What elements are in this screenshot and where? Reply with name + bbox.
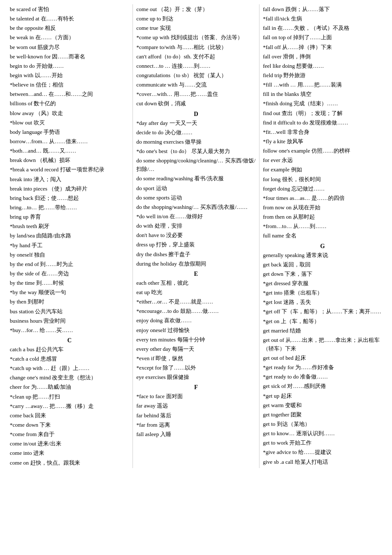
entry-english: billions of xyxy=(10,100,32,107)
list-item: eat up 吃光 xyxy=(136,288,256,297)
entry-english: for example xyxy=(263,166,289,173)
list-item: get to know… 逐渐认识到…… xyxy=(263,429,382,438)
list-item: be the opposite 相反 xyxy=(10,24,129,32)
list-item: do morning exercises 做早操 xyxy=(136,138,256,146)
list-item: by land/sea 由陆路/由水路 xyxy=(10,231,129,240)
entry-english: by land/sea xyxy=(10,232,35,239)
list-item: do the shopping/washing/… 买东西/洗衣服/…… xyxy=(136,203,256,211)
list-item: *get on 上（车，船等） xyxy=(263,317,382,326)
entry-chinese: 每隔一天 xyxy=(172,346,194,352)
list-item: *face to face 面对面 xyxy=(136,392,256,401)
entry-english: eat up xyxy=(136,289,150,295)
list-item: don't have to 没必要 xyxy=(136,231,256,240)
entry-english: *get on xyxy=(263,318,280,324)
list-item: field trip 野外旅游 xyxy=(263,71,382,80)
entry-chinese: 查出（明）；发现；了解 xyxy=(282,110,343,116)
entry-chinese: 到……时为止 xyxy=(40,261,73,267)
entry-chinese: 例如 xyxy=(291,166,302,173)
entry-english: come back xyxy=(10,412,34,419)
entry-english: find it difficult to do xyxy=(263,119,308,126)
entry-english: give sb .a call xyxy=(263,459,293,465)
section-header-f: F xyxy=(136,384,256,391)
entry-chinese: （风）吹走 xyxy=(35,110,63,116)
list-item: do some sports 运动 xyxy=(136,194,256,202)
entry-english: come out xyxy=(136,6,157,12)
entry-english: eye exercises xyxy=(136,374,166,380)
entry-chinese: 是……的四倍 xyxy=(311,195,345,201)
entry-chinese: 非常合身 xyxy=(287,129,309,135)
entry-english: for ever xyxy=(263,157,280,163)
entry-chinese: 养育 xyxy=(30,214,41,220)
list-item: *compare to/with 与……相比（比较） xyxy=(136,43,256,52)
list-item: *cover…with… 用……把……盖住 xyxy=(136,90,256,98)
entry-chinese: 进来 xyxy=(33,450,44,456)
entry-english: *compare to/with xyxy=(136,44,175,50)
list-item: *get dressed 穿衣服 xyxy=(263,279,382,288)
entry-english: *buy…for… xyxy=(10,327,38,333)
list-item: cheer for 为……助威/加油 xyxy=(10,383,129,391)
entry-english: be talented at xyxy=(10,15,39,22)
list-item: get together 团聚 xyxy=(263,410,382,419)
entry-chinese: （使）成为碎片 xyxy=(49,185,87,192)
entry-english: come true xyxy=(136,25,159,31)
entry-english: *even if xyxy=(136,355,154,361)
entry-english: cheer for xyxy=(10,384,30,390)
list-item: *believe in 信任；相信 xyxy=(10,81,129,89)
entry-chinese: 发现很难做…… xyxy=(309,119,348,126)
entry-chinese: 返回，取回 xyxy=(283,261,311,268)
list-item: *brush teeth 刷牙 xyxy=(10,222,129,231)
list-item: be scared of 害怕 xyxy=(10,5,129,14)
main-content: be scared of 害怕be talented at 在……有特长be t… xyxy=(6,4,386,468)
entry-english: fall on top of xyxy=(263,34,292,40)
entry-chinese: 患感冒 xyxy=(40,356,57,362)
list-item: come up to 到达 xyxy=(136,14,256,23)
entry-chinese: 与……交流 xyxy=(179,81,207,88)
entry-chinese: 起床 xyxy=(281,393,292,399)
entry-english: enjoy doing xyxy=(136,317,163,324)
entry-chinese: 尽某人最大努力 xyxy=(191,148,230,154)
list-item: do some shopping/cooking/cleaning/… 买东西/… xyxy=(136,156,256,173)
entry-chinese: 在……和……之间 xyxy=(49,91,93,97)
entry-chinese: 完成（结束）…… xyxy=(294,100,338,107)
entry-chinese: 支付不起 xyxy=(193,53,215,60)
list-item: *get ready to do 准备做…… xyxy=(263,373,382,381)
entry-english: *come down xyxy=(10,422,38,428)
entry-english: be scared of xyxy=(10,6,37,12)
entry-english: *come up with xyxy=(136,34,169,40)
list-item: get out of 从……出来，把……拿出来；从出租车（轿车）下来 xyxy=(263,336,382,353)
entry-english: *come from xyxy=(10,431,37,437)
entry-english: get together xyxy=(263,411,289,418)
list-item: bring back 归还；使……想起 xyxy=(10,194,129,202)
list-item: *by hand 手工 xyxy=(10,241,129,250)
list-item: *come down 下来 xyxy=(10,421,129,429)
list-item: *from…to… 从……到…… xyxy=(263,222,382,231)
entry-english: *blow out xyxy=(10,119,32,126)
list-item: come into 进来 xyxy=(10,449,129,457)
list-item: get to work 开始工作 xyxy=(263,439,382,447)
entry-english: bring up xyxy=(10,214,29,220)
entry-chinese: 下来，落下 xyxy=(285,271,312,277)
list-item: by oneself 独自 xyxy=(10,251,129,259)
entry-english: between…and… xyxy=(10,91,47,97)
entry-english: get out of bed xyxy=(263,355,294,361)
entry-english: come in/out xyxy=(10,440,36,447)
list-item: congratulations（to sb） 祝贺（某人） xyxy=(136,71,256,80)
entry-chinese: 到那时 xyxy=(28,298,44,305)
entry-english: *fly a kite xyxy=(263,138,285,145)
list-item: get to 到达（某地） xyxy=(263,420,382,428)
list-item: *even if 即使，纵然 xyxy=(136,354,256,363)
entry-english: break down xyxy=(10,157,36,163)
section-header-g: G xyxy=(263,243,382,250)
entry-english: forget doing xyxy=(263,185,290,192)
entry-chinese: 在放假期间 xyxy=(179,260,206,267)
list-item: *day after day 一天又一天 xyxy=(136,119,256,127)
entry-english: every ten minutes xyxy=(136,336,176,343)
entry-english: *get dressed xyxy=(263,280,291,286)
entry-english: follow one's example xyxy=(263,147,310,154)
entry-chinese: 为……助威/加油 xyxy=(31,384,72,390)
list-item: *get into 搭乘（出租车） xyxy=(263,289,382,297)
list-item: begin with 以……开始 xyxy=(10,71,129,80)
entry-chinese: 吃光 xyxy=(151,289,162,295)
entry-english: *do well in/on xyxy=(136,213,168,220)
entry-chinese: 喜欢做…… xyxy=(164,317,192,324)
